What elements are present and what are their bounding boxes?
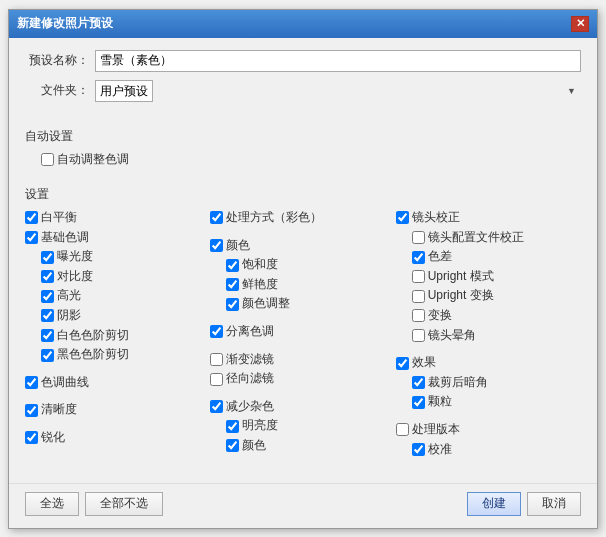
basic-tone-checkbox[interactable] [25, 231, 38, 244]
color-adjust-checkbox[interactable] [226, 298, 239, 311]
radial-filter-checkbox[interactable] [210, 373, 223, 386]
dialog-footer: 全选 全部不选 创建 取消 [9, 483, 597, 528]
folder-select[interactable]: 用户预设 [95, 80, 153, 102]
vibrance-checkbox[interactable] [226, 278, 239, 291]
deselect-all-button[interactable]: 全部不选 [85, 492, 163, 516]
process-color-checkbox[interactable] [210, 211, 223, 224]
preset-name-row: 预设名称： [25, 50, 581, 72]
list-item: 裁剪后暗角 [396, 374, 581, 392]
clarity-checkbox[interactable] [25, 404, 38, 417]
black-clip-checkbox[interactable] [41, 349, 54, 362]
close-button[interactable]: ✕ [571, 16, 589, 32]
list-item: 白色色阶剪切 [25, 327, 210, 345]
column-2: 处理方式（彩色） 颜色 饱和度 鲜艳度 颜色调整 [210, 209, 395, 458]
saturation-checkbox[interactable] [226, 259, 239, 272]
list-item: 镜头晕角 [396, 327, 581, 345]
contrast-checkbox[interactable] [41, 270, 54, 283]
column-1: 白平衡 基础色调 曝光度 对比度 高光 [25, 209, 210, 458]
preset-name-label: 预设名称： [25, 52, 95, 69]
luminance-noise-label: 明亮度 [242, 418, 278, 434]
folder-row: 文件夹： 用户预设 [25, 80, 581, 102]
lens-correction-checkbox[interactable] [396, 211, 409, 224]
column-3: 镜头校正 镜头配置文件校正 色差 Upright 模式 Upright 变换 [396, 209, 581, 458]
chromatic-checkbox[interactable] [412, 251, 425, 264]
color-noise-checkbox[interactable] [226, 439, 239, 452]
list-item: 白平衡 [25, 209, 210, 227]
grain-checkbox[interactable] [412, 396, 425, 409]
sharpening-label: 锐化 [41, 430, 65, 446]
lens-profile-checkbox[interactable] [412, 231, 425, 244]
auto-tone-label: 自动调整色调 [57, 152, 129, 168]
color-label: 颜色 [226, 238, 250, 254]
preset-name-input[interactable] [95, 50, 581, 72]
white-balance-checkbox[interactable] [25, 211, 38, 224]
upright-mode-checkbox[interactable] [412, 270, 425, 283]
post-crop-vignette-checkbox[interactable] [412, 376, 425, 389]
auto-settings-title: 自动设置 [25, 128, 581, 145]
chromatic-label: 色差 [428, 249, 452, 265]
clarity-label: 清晰度 [41, 402, 77, 418]
auto-tone-checkbox[interactable] [41, 153, 54, 166]
list-item: 处理版本 [396, 421, 581, 439]
list-item: 颜色 [210, 437, 395, 455]
list-item: 色调曲线 [25, 374, 210, 392]
color-checkbox[interactable] [210, 239, 223, 252]
basic-tone-label: 基础色调 [41, 230, 89, 246]
luminance-noise-checkbox[interactable] [226, 420, 239, 433]
vibrance-label: 鲜艳度 [242, 277, 278, 293]
list-item: 色差 [396, 248, 581, 266]
title-bar: 新建修改照片预设 ✕ [9, 10, 597, 38]
split-tone-label: 分离色调 [226, 324, 274, 340]
saturation-label: 饱和度 [242, 257, 278, 273]
upright-transform-label: Upright 变换 [428, 288, 494, 304]
exposure-checkbox[interactable] [41, 251, 54, 264]
calibration-label: 校准 [428, 442, 452, 458]
settings-columns: 白平衡 基础色调 曝光度 对比度 高光 [25, 209, 581, 458]
color-adjust-label: 颜色调整 [242, 296, 290, 312]
contrast-label: 对比度 [57, 269, 93, 285]
cancel-button[interactable]: 取消 [527, 492, 581, 516]
list-item: 减少杂色 [210, 398, 395, 416]
grad-filter-label: 渐变滤镜 [226, 352, 274, 368]
lens-correction-label: 镜头校正 [412, 210, 460, 226]
black-clip-label: 黑色色阶剪切 [57, 347, 129, 363]
effects-label: 效果 [412, 355, 436, 371]
process-version-checkbox[interactable] [396, 423, 409, 436]
list-item: 颗粒 [396, 393, 581, 411]
list-item: 镜头配置文件校正 [396, 229, 581, 247]
highlights-checkbox[interactable] [41, 290, 54, 303]
list-item: 处理方式（彩色） [210, 209, 395, 227]
list-item: 阴影 [25, 307, 210, 325]
noise-reduce-checkbox[interactable] [210, 400, 223, 413]
sharpening-checkbox[interactable] [25, 431, 38, 444]
list-item: Upright 模式 [396, 268, 581, 286]
folder-select-wrapper: 用户预设 [95, 80, 581, 102]
list-item: 颜色 [210, 237, 395, 255]
select-all-button[interactable]: 全选 [25, 492, 79, 516]
vignette-checkbox[interactable] [412, 329, 425, 342]
transform-checkbox[interactable] [412, 309, 425, 322]
list-item: 黑色色阶剪切 [25, 346, 210, 364]
create-button[interactable]: 创建 [467, 492, 521, 516]
grad-filter-checkbox[interactable] [210, 353, 223, 366]
list-item: 分离色调 [210, 323, 395, 341]
split-tone-checkbox[interactable] [210, 325, 223, 338]
grain-label: 颗粒 [428, 394, 452, 410]
list-item: 渐变滤镜 [210, 351, 395, 369]
effects-checkbox[interactable] [396, 357, 409, 370]
dialog-content: 预设名称： 文件夹： 用户预设 自动设置 自动调整色调 设置 白平衡 [9, 38, 597, 477]
shadows-checkbox[interactable] [41, 309, 54, 322]
lens-profile-label: 镜头配置文件校正 [428, 230, 524, 246]
tone-curve-checkbox[interactable] [25, 376, 38, 389]
upright-transform-checkbox[interactable] [412, 290, 425, 303]
footer-left: 全选 全部不选 [25, 492, 163, 516]
list-item: 明亮度 [210, 417, 395, 435]
white-clip-checkbox[interactable] [41, 329, 54, 342]
shadows-label: 阴影 [57, 308, 81, 324]
calibration-checkbox[interactable] [412, 443, 425, 456]
list-item: 锐化 [25, 429, 210, 447]
list-item: 饱和度 [210, 256, 395, 274]
settings-title: 设置 [25, 186, 581, 203]
list-item: Upright 变换 [396, 287, 581, 305]
list-item: 校准 [396, 441, 581, 459]
